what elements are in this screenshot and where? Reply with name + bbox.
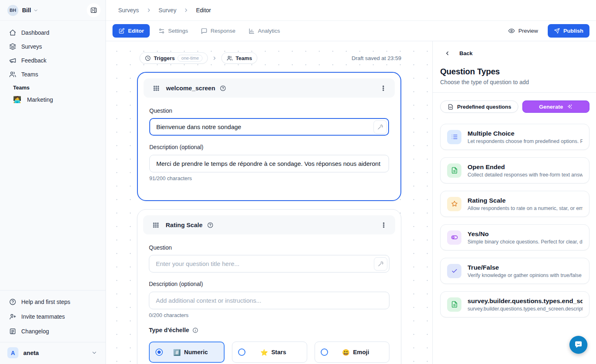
question-type-true-false[interactable]: True/False Verify knowledge or gather op… <box>440 258 589 284</box>
triggers-chip[interactable]: Triggers one-time <box>139 52 208 64</box>
description-input[interactable] <box>149 155 389 172</box>
scale-option-numeric[interactable]: #️⃣ Numeric <box>149 342 225 363</box>
editor-canvas: Triggers one-time Teams Draft saved at 2… <box>106 41 432 364</box>
teams-chip[interactable]: Teams <box>221 52 257 64</box>
sidebar-item-invite[interactable]: Invite teammates <box>4 309 101 324</box>
tab-settings[interactable]: Settings <box>154 24 192 38</box>
sidebar-item-help[interactable]: Help and first steps <box>4 295 101 309</box>
chevron-right-icon <box>212 56 217 61</box>
sidebar-item-label: Feedback <box>21 57 46 64</box>
tab-label: Editor <box>128 28 144 34</box>
chevron-left-icon <box>444 50 450 56</box>
card-menu-button[interactable] <box>378 83 388 93</box>
card-header[interactable]: welcome_screen <box>144 78 395 98</box>
check-icon <box>447 264 461 278</box>
breadcrumb-surveys[interactable]: Surveys <box>118 7 139 13</box>
sidebar-item-label: Surveys <box>21 43 42 50</box>
file-text-icon <box>447 163 461 178</box>
file-text-icon <box>447 297 461 312</box>
sidebar-item-feedback[interactable]: Feedback <box>4 54 101 67</box>
magic-wand-icon <box>378 261 384 267</box>
question-types-panel: Back Question Types Choose the type of q… <box>432 41 596 364</box>
question-input[interactable] <box>149 255 389 272</box>
help-circle-icon <box>9 298 16 306</box>
sidebar-item-teams[interactable]: Teams <box>4 67 101 81</box>
predefined-questions-button[interactable]: Predefined questions <box>440 100 518 113</box>
type-title: Open Ended <box>468 163 583 171</box>
card-menu-button[interactable] <box>379 220 389 230</box>
question-type-end-screen[interactable]: survey.builder.questions.types.end_scr..… <box>440 291 589 317</box>
tab-analytics[interactable]: Analytics <box>244 24 284 38</box>
preview-button[interactable]: Preview <box>504 24 542 38</box>
panel-actions: Predefined questions Generate <box>440 100 589 113</box>
changelog-icon <box>9 328 16 335</box>
tab-editor[interactable]: Editor <box>112 24 150 38</box>
sidebar-item-label: Invite teammates <box>21 313 65 320</box>
chevron-right-icon <box>146 7 152 13</box>
ai-rewrite-button[interactable] <box>373 120 387 134</box>
breadcrumb-survey[interactable]: Survey <box>159 7 177 13</box>
question-type-multiple-choice[interactable]: Multiple Choice Let respondents choose f… <box>440 124 589 150</box>
question-type-rating-scale[interactable]: Rating Scale Allow respondents to rate o… <box>440 191 589 217</box>
description-input[interactable] <box>149 292 389 309</box>
sidebar-collapse-button[interactable] <box>87 3 101 17</box>
scale-option-label: Emoji <box>353 349 369 355</box>
user-plus-icon <box>9 313 16 320</box>
type-desc: Let respondents choose from predefined o… <box>468 138 583 144</box>
teams-chip-label: Teams <box>236 55 252 61</box>
scale-option-label: Stars <box>271 349 286 355</box>
app-root: BH Bill Dashboard Surveys Feedback T <box>0 0 596 364</box>
panel-subtitle: Choose the type of question to add <box>440 79 589 85</box>
send-icon <box>554 28 560 34</box>
sidebar-item-team-marketing[interactable]: 🧑‍💻 Marketing <box>4 92 101 107</box>
radio-checked-icon <box>155 348 163 356</box>
question-type-open-ended[interactable]: Open Ended Collect detailed responses wi… <box>440 157 589 183</box>
clock-icon <box>145 55 151 61</box>
help-circle-icon <box>220 85 226 92</box>
tab-label: Response <box>211 28 236 34</box>
question-input[interactable] <box>149 118 389 136</box>
type-title: Yes/No <box>468 230 583 238</box>
layers-icon <box>9 43 16 50</box>
org-switcher[interactable]: A aneta <box>0 342 106 364</box>
question-type-yes-no[interactable]: Yes/No Simple binary choice questions. P… <box>440 224 589 250</box>
description-label: Description (optional) <box>149 281 389 287</box>
sidebar-item-surveys[interactable]: Surveys <box>4 40 101 54</box>
question-type-list: Multiple Choice Let respondents choose f… <box>440 124 589 317</box>
question-card-welcome-screen[interactable]: welcome_screen Question <box>137 72 401 201</box>
sidebar-item-label: Teams <box>21 71 38 78</box>
star-emoji: ⭐ <box>260 349 268 355</box>
main-column: Surveys Survey Editor Editor Settings Re… <box>106 0 596 364</box>
ai-rewrite-button[interactable] <box>374 257 387 270</box>
sidebar-nav: Dashboard Surveys Feedback Teams Teams 🧑… <box>0 21 106 112</box>
chevron-right-icon <box>183 7 189 13</box>
scale-option-emoji[interactable]: 😃 Emoji <box>315 342 389 363</box>
card-header[interactable]: Rating Scale <box>143 215 395 234</box>
chat-launcher-button[interactable] <box>569 336 587 354</box>
drag-handle-icon[interactable] <box>152 221 160 229</box>
drag-handle-icon[interactable] <box>153 85 160 92</box>
tab-label: Settings <box>168 28 188 34</box>
back-button[interactable]: Back <box>440 50 589 56</box>
account-switcher[interactable]: BH Bill <box>0 0 106 21</box>
publish-button[interactable]: Publish <box>548 24 589 38</box>
sidebar-item-changelog[interactable]: Changelog <box>4 324 101 339</box>
message-square-icon <box>201 28 207 34</box>
avatar: BH <box>7 5 18 16</box>
generate-button[interactable]: Generate <box>522 100 589 113</box>
megaphone-icon <box>9 57 16 64</box>
help-circle-icon <box>207 222 214 228</box>
type-title: Multiple Choice <box>468 130 583 137</box>
bar-chart-icon <box>248 28 255 34</box>
type-desc: Simple binary choice questions. Perfect … <box>468 239 583 245</box>
scale-option-stars[interactable]: ⭐ Stars <box>232 342 307 363</box>
sidebar-item-dashboard[interactable]: Dashboard <box>4 26 101 40</box>
predefined-label: Predefined questions <box>457 104 511 110</box>
tab-response[interactable]: Response <box>197 24 240 38</box>
draft-status: Draft saved at 23:59 <box>351 55 401 61</box>
work-area: Triggers one-time Teams Draft saved at 2… <box>106 41 596 364</box>
chat-bubble-icon <box>574 339 583 351</box>
question-card-rating-scale[interactable]: Rating Scale Question <box>137 209 401 364</box>
sparkles-icon <box>567 104 573 110</box>
radio-icon <box>238 348 245 356</box>
